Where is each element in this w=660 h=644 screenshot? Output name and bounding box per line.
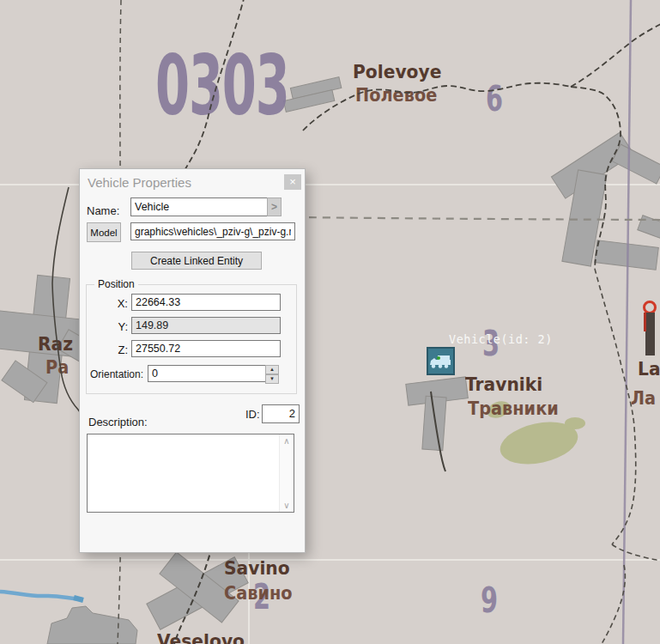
model-button[interactable]: Model — [87, 222, 121, 242]
stream — [0, 592, 83, 600]
position-groupbox: Position X: Y: Z: Orientation: ▲ ▼ — [86, 284, 297, 394]
scroll-up-icon[interactable]: ∧ — [280, 436, 294, 446]
major-grid-line — [623, 0, 631, 644]
grid-cell-6: 6 — [486, 82, 503, 116]
name-label: Name: — [87, 204, 119, 217]
map-editor-screen: { "map": { "grid": { "sheet_number": "03… — [0, 0, 660, 644]
place-veselovo-en: Veselovo — [157, 632, 245, 644]
village-polevoye — [283, 77, 341, 112]
z-label: Z: — [87, 343, 128, 356]
village-bottom-left — [47, 606, 137, 644]
entity-id-label: Vehicle(id: 2) — [449, 334, 553, 346]
y-input — [131, 317, 281, 334]
description-text — [88, 434, 279, 512]
place-travniki-ru: Травники — [468, 400, 559, 418]
village-travniki — [406, 377, 469, 451]
z-input[interactable] — [131, 340, 281, 357]
road-diagonal-savino — [174, 546, 212, 644]
village-top-right — [551, 132, 660, 270]
trail-fork-east — [612, 544, 660, 561]
spinner-up-icon[interactable]: ▲ — [265, 365, 279, 374]
road-village-down — [571, 87, 621, 269]
x-input[interactable] — [131, 294, 281, 311]
place-savino-en: Savino — [224, 559, 290, 578]
truck-icon — [427, 347, 455, 375]
close-icon[interactable]: × — [284, 174, 301, 190]
id-label: ID: — [245, 408, 260, 421]
y-label: Y: — [87, 320, 128, 333]
description-scrollbar[interactable]: ∧ ∨ — [279, 434, 294, 512]
grid-sheet-number: 0303 — [155, 45, 289, 127]
place-polevoye-en: Polevoye — [353, 63, 441, 82]
orientation-label: Orientation: — [90, 368, 143, 380]
id-value-box: 2 — [262, 404, 300, 423]
place-la-en: La — [638, 360, 660, 379]
dialog-title: Vehicle Properties — [88, 175, 191, 190]
model-path-input[interactable] — [130, 222, 295, 240]
orientation-input[interactable] — [148, 365, 266, 382]
description-label: Description: — [88, 416, 148, 428]
place-raz-en: Raz — [38, 335, 73, 354]
x-label: X: — [87, 297, 128, 310]
place-polevoye-ru: Полевое — [355, 87, 437, 105]
spinner-down-icon[interactable]: ▼ — [265, 374, 279, 384]
vehicle-entity-icon[interactable] — [427, 347, 455, 375]
create-linked-entity-button[interactable]: Create Linked Entity — [131, 252, 262, 270]
trail-fork-south — [602, 565, 625, 644]
place-raz-ru: Ра — [45, 359, 69, 377]
red-map-symbol — [644, 302, 656, 356]
road-to-top-corner — [571, 24, 660, 87]
description-textarea[interactable]: ∧ ∨ — [87, 434, 294, 513]
vehicle-properties-dialog: Vehicle Properties × Name: > Model Creat… — [79, 168, 306, 553]
place-la-ru: Ла — [631, 390, 656, 408]
place-travniki-en: Travniki — [465, 375, 542, 394]
position-group-label: Position — [94, 278, 138, 290]
road-travniki-stem — [431, 392, 445, 471]
expand-button[interactable]: > — [267, 197, 282, 216]
scroll-down-icon[interactable]: ∨ — [280, 501, 294, 510]
name-input[interactable] — [130, 197, 268, 216]
grid-cell-9: 9 — [481, 583, 498, 617]
trail-right — [595, 269, 636, 544]
place-savino-ru: Савино — [224, 585, 293, 603]
